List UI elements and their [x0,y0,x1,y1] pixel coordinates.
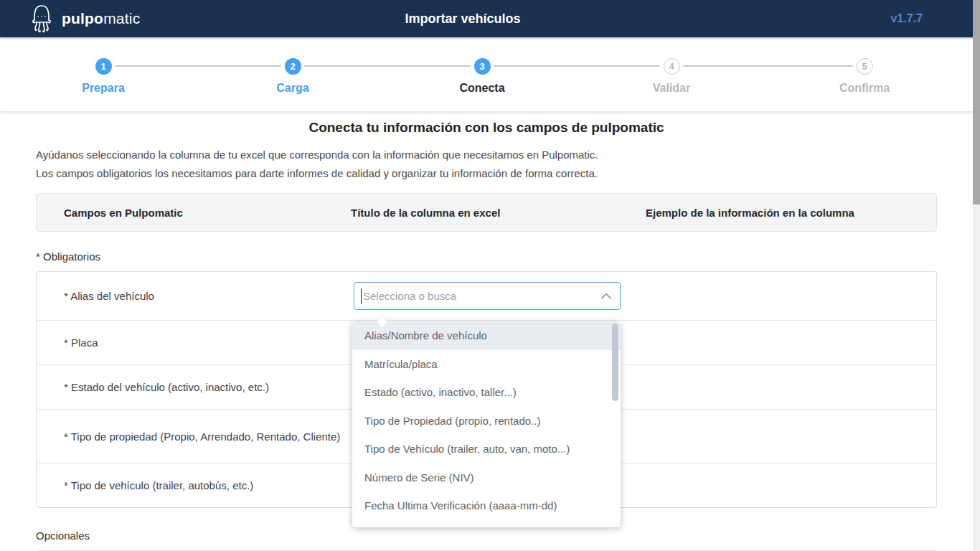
step-conecta[interactable]: 3 Conecta [403,58,561,95]
row-label: * Tipo de propiedad (Propio, Arrendado, … [37,426,340,448]
top-navbar: pulpomatic Importar vehículos v1.7.7 [0,0,980,37]
header-campos: Campos en Pulpomatic [37,207,351,219]
required-section-label: * Obligatorios [36,250,937,263]
step-carga[interactable]: 2 Carga [214,58,372,95]
section-heading: Conecta tu información con los campos de… [36,120,937,136]
step-label: Conecta [403,82,561,95]
dropdown-option-numero-serie[interactable]: Número de Serie (NIV) [352,463,621,492]
step-label: Confirma [786,82,943,95]
dropdown-option-estado[interactable]: Estado (activo, inactivo, taller...) [352,378,621,407]
step-number: 3 [474,58,491,75]
step-validar[interactable]: 4 Validar [593,58,750,95]
step-label: Prepara [24,82,182,95]
page-scrollbar-thumb[interactable] [973,0,980,204]
dropdown-option-tipo-propiedad[interactable]: Tipo de Propiedad (propio, rentado..) [352,407,621,435]
optional-section-label: Opcionales [36,529,937,542]
description-line-2: Los campos obligatorios los necesitamos … [36,164,937,183]
select-dropdown-menu: Alias/Nombre de vehículo Matrícula/placa… [352,321,621,527]
row-label: * Estado del vehículo (activo, inactivo,… [37,377,269,398]
column-headers: Campos en Pulpomatic Título de la column… [36,193,937,232]
step-confirma[interactable]: 5 Confirma [786,58,943,95]
dropdown-option-tipo-vehiculo[interactable]: Tipo de Vehículo (trailer, auto, van, mo… [352,435,621,463]
step-prepara[interactable]: 1 Prepara [24,58,182,95]
page-title: Importar vehículos [0,11,925,27]
header-ejemplo: Ejemplo de la información en la columna [646,207,936,219]
description-line-1: Ayúdanos seleccionando la columna de tu … [36,146,937,164]
row-label: * Alias del vehículo [37,286,154,307]
dropdown-scrollbar-thumb[interactable] [612,324,618,401]
row-label: * Placa [37,332,98,354]
page-scrollbar [973,0,980,551]
column-select-input[interactable]: Selecciona o busca [354,282,621,310]
select-placeholder: Selecciona o busca [363,290,601,302]
dropdown-option-fecha-verificacion[interactable]: Fecha Ultima Verificación (aaaa-mm-dd) [352,491,621,520]
step-label: Validar [593,82,750,95]
main-content: Conecta tu información con los campos de… [0,120,980,551]
header-titulo-columna: Título de la columna en excel [351,207,646,219]
dropdown-option-matricula[interactable]: Matrícula/placa [352,350,621,379]
step-number: 2 [285,58,301,75]
row-label: * Tipo de vehículo (trailer, autobús, et… [37,475,253,496]
chevron-up-icon [601,293,611,299]
step-number: 4 [664,58,680,75]
required-fields-table: * Alias del vehículo * Placa * Estado de… [36,271,937,508]
step-number: 5 [857,58,873,75]
dropdown-option-alias[interactable]: Alias/Nombre de vehículo [352,321,621,350]
step-label: Carga [214,82,372,95]
wizard-stepper: 1 Prepara 2 Carga 3 Conecta 4 Validar 5 … [0,37,980,111]
text-cursor [361,288,362,304]
step-number: 1 [95,58,112,75]
description-text: Ayúdanos seleccionando la columna de tu … [36,146,937,183]
